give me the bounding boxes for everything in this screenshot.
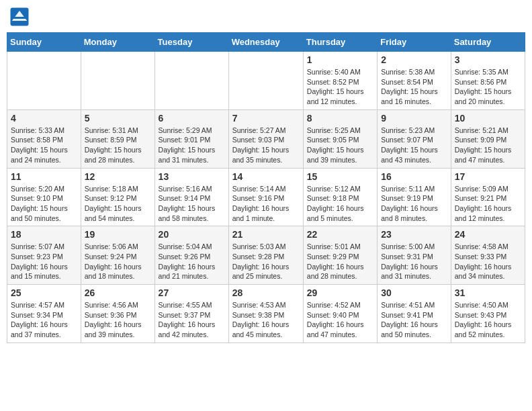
day-number: 1 xyxy=(307,54,373,65)
day-info: Sunrise: 5:35 AMSunset: 8:56 PMDaylight:… xyxy=(455,67,521,107)
day-number: 24 xyxy=(455,229,521,240)
day-info: Sunrise: 5:38 AMSunset: 8:54 PMDaylight:… xyxy=(381,67,447,107)
calendar-cell: 15Sunrise: 5:12 AMSunset: 9:18 PMDayligh… xyxy=(303,168,377,226)
day-info: Sunrise: 5:21 AMSunset: 9:09 PMDaylight:… xyxy=(455,126,521,165)
calendar-cell: 26Sunrise: 4:56 AMSunset: 9:36 PMDayligh… xyxy=(81,285,154,343)
day-number: 26 xyxy=(85,287,151,298)
weekday-header-cell: Monday xyxy=(81,33,154,52)
weekday-header-cell: Saturday xyxy=(451,33,525,52)
day-number: 8 xyxy=(307,113,373,124)
calendar-cell: 20Sunrise: 5:04 AMSunset: 9:26 PMDayligh… xyxy=(154,226,228,285)
day-info: Sunrise: 5:01 AMSunset: 9:29 PMDaylight:… xyxy=(307,242,373,281)
day-info: Sunrise: 5:18 AMSunset: 9:12 PMDaylight:… xyxy=(85,184,151,224)
calendar-cell: 24Sunrise: 4:58 AMSunset: 9:33 PMDayligh… xyxy=(451,226,525,285)
day-number: 15 xyxy=(307,171,373,182)
calendar-week-row: 1Sunrise: 5:40 AMSunset: 8:52 PMDaylight… xyxy=(7,52,525,110)
calendar-cell: 29Sunrise: 4:52 AMSunset: 9:40 PMDayligh… xyxy=(303,285,377,343)
calendar-cell: 11Sunrise: 5:20 AMSunset: 9:10 PMDayligh… xyxy=(7,168,81,226)
day-info: Sunrise: 4:57 AMSunset: 9:34 PMDaylight:… xyxy=(11,300,77,340)
day-info: Sunrise: 5:27 AMSunset: 9:03 PMDaylight:… xyxy=(232,126,300,165)
day-number: 19 xyxy=(85,229,151,240)
calendar-body: 1Sunrise: 5:40 AMSunset: 8:52 PMDaylight… xyxy=(7,52,525,343)
day-info: Sunrise: 5:03 AMSunset: 9:28 PMDaylight:… xyxy=(232,242,300,281)
calendar-cell: 19Sunrise: 5:06 AMSunset: 9:24 PMDayligh… xyxy=(81,226,154,285)
day-number: 31 xyxy=(455,287,521,298)
day-info: Sunrise: 5:12 AMSunset: 9:18 PMDaylight:… xyxy=(307,184,373,224)
logo-icon xyxy=(9,7,30,27)
calendar-cell: 2Sunrise: 5:38 AMSunset: 8:54 PMDaylight… xyxy=(378,52,451,110)
day-number: 5 xyxy=(85,113,151,124)
weekday-header-cell: Sunday xyxy=(7,33,81,52)
day-number: 27 xyxy=(159,287,225,298)
calendar-cell xyxy=(154,52,228,110)
calendar-cell: 5Sunrise: 5:31 AMSunset: 8:59 PMDaylight… xyxy=(81,109,154,168)
day-info: Sunrise: 5:09 AMSunset: 9:21 PMDaylight:… xyxy=(455,184,521,224)
page-header xyxy=(7,7,525,27)
calendar-cell xyxy=(7,52,81,110)
weekday-header-cell: Friday xyxy=(378,33,451,52)
calendar-cell: 27Sunrise: 4:55 AMSunset: 9:37 PMDayligh… xyxy=(154,285,228,343)
day-number: 30 xyxy=(381,287,447,298)
day-number: 14 xyxy=(232,171,300,182)
day-info: Sunrise: 5:06 AMSunset: 9:24 PMDaylight:… xyxy=(85,242,151,281)
calendar-cell: 1Sunrise: 5:40 AMSunset: 8:52 PMDaylight… xyxy=(303,52,377,110)
calendar-week-row: 11Sunrise: 5:20 AMSunset: 9:10 PMDayligh… xyxy=(7,168,525,226)
day-info: Sunrise: 5:31 AMSunset: 8:59 PMDaylight:… xyxy=(85,126,151,165)
day-number: 21 xyxy=(232,229,300,240)
calendar-cell: 30Sunrise: 4:51 AMSunset: 9:41 PMDayligh… xyxy=(378,285,451,343)
calendar-cell: 7Sunrise: 5:27 AMSunset: 9:03 PMDaylight… xyxy=(228,109,303,168)
day-info: Sunrise: 4:52 AMSunset: 9:40 PMDaylight:… xyxy=(307,300,373,340)
calendar-cell: 8Sunrise: 5:25 AMSunset: 9:05 PMDaylight… xyxy=(303,109,377,168)
day-number: 6 xyxy=(159,113,225,124)
day-info: Sunrise: 5:14 AMSunset: 9:16 PMDaylight:… xyxy=(232,184,300,224)
day-number: 10 xyxy=(455,113,521,124)
calendar-table: SundayMondayTuesdayWednesdayThursdayFrid… xyxy=(7,32,525,343)
day-info: Sunrise: 5:33 AMSunset: 8:58 PMDaylight:… xyxy=(11,126,77,165)
day-number: 2 xyxy=(381,54,447,65)
logo xyxy=(9,7,31,27)
calendar-week-row: 18Sunrise: 5:07 AMSunset: 9:23 PMDayligh… xyxy=(7,226,525,285)
calendar-cell: 18Sunrise: 5:07 AMSunset: 9:23 PMDayligh… xyxy=(7,226,81,285)
day-info: Sunrise: 4:56 AMSunset: 9:36 PMDaylight:… xyxy=(85,300,151,340)
day-number: 22 xyxy=(307,229,373,240)
calendar-cell: 4Sunrise: 5:33 AMSunset: 8:58 PMDaylight… xyxy=(7,109,81,168)
weekday-header-cell: Tuesday xyxy=(154,33,228,52)
calendar-cell: 17Sunrise: 5:09 AMSunset: 9:21 PMDayligh… xyxy=(451,168,525,226)
calendar-cell xyxy=(81,52,154,110)
day-number: 3 xyxy=(455,54,521,65)
day-info: Sunrise: 5:20 AMSunset: 9:10 PMDaylight:… xyxy=(11,184,77,224)
calendar-cell: 23Sunrise: 5:00 AMSunset: 9:31 PMDayligh… xyxy=(378,226,451,285)
weekday-header-cell: Thursday xyxy=(303,33,377,52)
calendar-cell: 14Sunrise: 5:14 AMSunset: 9:16 PMDayligh… xyxy=(228,168,303,226)
day-info: Sunrise: 5:04 AMSunset: 9:26 PMDaylight:… xyxy=(159,242,225,281)
day-number: 20 xyxy=(159,229,225,240)
calendar-week-row: 4Sunrise: 5:33 AMSunset: 8:58 PMDaylight… xyxy=(7,109,525,168)
day-info: Sunrise: 4:55 AMSunset: 9:37 PMDaylight:… xyxy=(159,300,225,340)
day-number: 17 xyxy=(455,171,521,182)
calendar-cell: 31Sunrise: 4:50 AMSunset: 9:43 PMDayligh… xyxy=(451,285,525,343)
day-info: Sunrise: 4:58 AMSunset: 9:33 PMDaylight:… xyxy=(455,242,521,281)
day-number: 11 xyxy=(11,171,77,182)
day-info: Sunrise: 5:29 AMSunset: 9:01 PMDaylight:… xyxy=(159,126,225,165)
svg-rect-2 xyxy=(13,17,26,19)
calendar-cell: 6Sunrise: 5:29 AMSunset: 9:01 PMDaylight… xyxy=(154,109,228,168)
calendar-cell: 12Sunrise: 5:18 AMSunset: 9:12 PMDayligh… xyxy=(81,168,154,226)
day-info: Sunrise: 5:07 AMSunset: 9:23 PMDaylight:… xyxy=(11,242,77,281)
calendar-cell: 13Sunrise: 5:16 AMSunset: 9:14 PMDayligh… xyxy=(154,168,228,226)
day-number: 9 xyxy=(381,113,447,124)
day-info: Sunrise: 4:50 AMSunset: 9:43 PMDaylight:… xyxy=(455,300,521,340)
calendar-cell: 22Sunrise: 5:01 AMSunset: 9:29 PMDayligh… xyxy=(303,226,377,285)
day-info: Sunrise: 4:53 AMSunset: 9:38 PMDaylight:… xyxy=(232,300,300,340)
day-info: Sunrise: 5:40 AMSunset: 8:52 PMDaylight:… xyxy=(307,67,373,107)
day-number: 25 xyxy=(11,287,77,298)
day-number: 13 xyxy=(159,171,225,182)
calendar-cell: 21Sunrise: 5:03 AMSunset: 9:28 PMDayligh… xyxy=(228,226,303,285)
calendar-cell: 9Sunrise: 5:23 AMSunset: 9:07 PMDaylight… xyxy=(378,109,451,168)
day-info: Sunrise: 5:00 AMSunset: 9:31 PMDaylight:… xyxy=(381,242,447,281)
day-number: 12 xyxy=(85,171,151,182)
day-number: 28 xyxy=(232,287,300,298)
calendar-cell: 10Sunrise: 5:21 AMSunset: 9:09 PMDayligh… xyxy=(451,109,525,168)
calendar-cell: 16Sunrise: 5:11 AMSunset: 9:19 PMDayligh… xyxy=(378,168,451,226)
calendar-cell: 3Sunrise: 5:35 AMSunset: 8:56 PMDaylight… xyxy=(451,52,525,110)
day-number: 23 xyxy=(381,229,447,240)
